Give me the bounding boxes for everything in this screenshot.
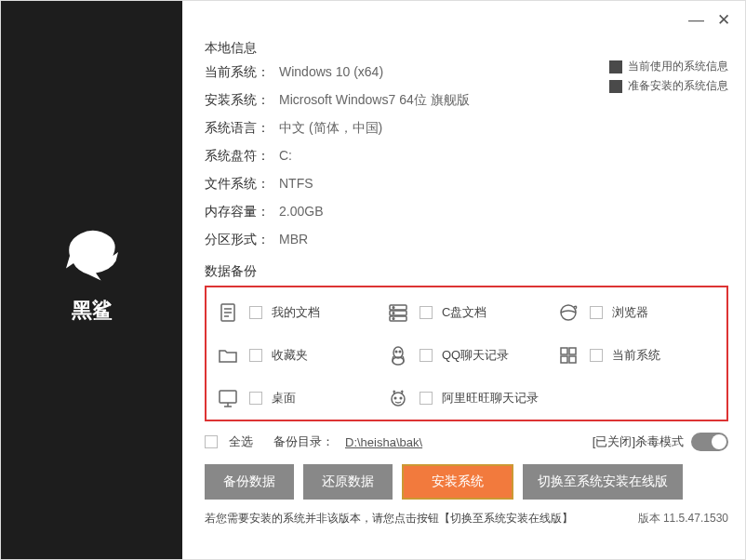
- label-current-system: 当前系统：: [205, 64, 279, 81]
- av-mode-label: [已关闭]杀毒模式: [593, 433, 684, 450]
- checkbox[interactable]: [420, 349, 433, 362]
- main-panel: — ✕ 当前使用的系统信息 准备安装的系统信息 本地信息 当前系统：Window…: [182, 1, 745, 559]
- checkbox[interactable]: [249, 392, 262, 405]
- footer-version: 版本 11.5.47.1530: [638, 511, 728, 527]
- label-filesystem: 文件系统：: [205, 176, 279, 193]
- select-all-checkbox[interactable]: [205, 435, 218, 448]
- svg-point-24: [400, 397, 402, 399]
- label-drive: 系统盘符：: [205, 148, 279, 165]
- value-language: 中文 (简体，中国): [279, 120, 382, 137]
- checkbox[interactable]: [420, 306, 433, 319]
- options-row: 全选 备份目录： D:\heisha\bak\ [已关闭]杀毒模式: [205, 433, 728, 451]
- backup-item-favorites[interactable]: 收藏夹: [216, 343, 377, 367]
- sidebar: 黑鲨: [1, 1, 182, 559]
- value-drive: C:: [279, 148, 292, 165]
- backup-item-docs[interactable]: 我的文档: [216, 300, 377, 325]
- legend-current: 当前使用的系统信息: [628, 59, 728, 74]
- svg-rect-16: [569, 348, 576, 354]
- svg-point-8: [393, 313, 394, 314]
- backup-item-qq[interactable]: QQ聊天记录: [386, 343, 547, 367]
- svg-point-22: [392, 393, 405, 406]
- svg-rect-17: [561, 356, 567, 363]
- backup-item-desktop[interactable]: 桌面: [216, 386, 377, 410]
- logo-text: 黑鲨: [72, 297, 113, 325]
- buttons-row: 备份数据 还原数据 安装系统 切换至系统安装在线版: [205, 464, 728, 500]
- svg-point-14: [399, 351, 401, 353]
- backup-label: 阿里旺旺聊天记录: [442, 390, 539, 407]
- value-partition: MBR: [279, 232, 308, 248]
- close-icon[interactable]: ✕: [717, 12, 730, 28]
- backup-dir-path[interactable]: D:\heisha\bak\: [345, 435, 422, 449]
- legend-box-icon: [609, 60, 622, 73]
- backup-item-cdocs[interactable]: C盘文档: [386, 300, 547, 325]
- svg-point-11: [393, 347, 403, 358]
- label-memory: 内存容量：: [205, 204, 279, 220]
- folder-icon: [216, 343, 240, 367]
- svg-rect-19: [220, 391, 236, 403]
- value-filesystem: NTFS: [279, 176, 313, 193]
- backup-label: 浏览器: [612, 304, 648, 321]
- app-window: 黑鲨 — ✕ 当前使用的系统信息 准备安装的系统信息 本地信息 当前系统：Win…: [0, 0, 746, 560]
- legend: 当前使用的系统信息 准备安装的系统信息: [609, 59, 728, 98]
- monitor-icon: [216, 386, 240, 410]
- label-partition: 分区形式：: [205, 232, 279, 248]
- document-icon: [216, 300, 240, 325]
- checkbox[interactable]: [249, 349, 262, 362]
- legend-prepare: 准备安装的系统信息: [628, 78, 728, 94]
- backup-label: 当前系统: [612, 347, 660, 364]
- backup-button[interactable]: 备份数据: [205, 464, 294, 500]
- shark-logo-icon: [55, 215, 129, 289]
- svg-point-13: [395, 351, 397, 353]
- footer: 若您需要安装的系统并非该版本，请您点击按钮【切换至系统安装在线版】 版本 11.…: [205, 511, 728, 527]
- svg-rect-18: [569, 356, 576, 363]
- aliwang-icon: [386, 386, 410, 410]
- server-icon: [386, 300, 410, 325]
- label-language: 系统语言：: [205, 120, 279, 137]
- value-memory: 2.00GB: [279, 204, 323, 220]
- backup-label: QQ聊天记录: [442, 347, 509, 364]
- svg-point-7: [393, 307, 394, 309]
- backup-item-cursys[interactable]: 当前系统: [556, 343, 717, 367]
- backup-label: 收藏夹: [272, 347, 308, 364]
- restore-button[interactable]: 还原数据: [303, 464, 393, 500]
- backup-title: 数据备份: [205, 263, 728, 280]
- checkbox[interactable]: [590, 306, 603, 319]
- checkbox[interactable]: [420, 392, 433, 405]
- svg-rect-15: [561, 348, 567, 354]
- svg-point-23: [394, 397, 396, 399]
- switch-online-button[interactable]: 切换至系统安装在线版: [523, 464, 683, 500]
- select-all-label: 全选: [229, 433, 253, 450]
- qq-icon: [386, 343, 410, 367]
- backup-dir-label: 备份目录：: [273, 433, 334, 450]
- backup-label: 我的文档: [272, 304, 320, 321]
- backup-label: 桌面: [272, 390, 296, 407]
- window-controls: — ✕: [688, 12, 730, 28]
- backup-label: C盘文档: [442, 304, 486, 321]
- value-current-system: Windows 10 (x64): [279, 64, 383, 81]
- ie-icon: [556, 300, 580, 325]
- checkbox[interactable]: [590, 349, 603, 362]
- footer-hint: 若您需要安装的系统并非该版本，请您点击按钮【切换至系统安装在线版】: [205, 511, 573, 527]
- backup-item-aliwang[interactable]: 阿里旺旺聊天记录: [386, 386, 547, 410]
- windows-icon: [556, 343, 580, 367]
- minimize-icon[interactable]: —: [688, 12, 704, 28]
- svg-point-10: [561, 305, 576, 320]
- label-install-system: 安装系统：: [205, 92, 279, 109]
- backup-item-browser[interactable]: 浏览器: [556, 300, 717, 325]
- install-button[interactable]: 安装系统: [402, 464, 513, 500]
- checkbox[interactable]: [249, 306, 262, 319]
- value-install-system: Microsoft Windows7 64位 旗舰版: [279, 92, 470, 109]
- section-title: 本地信息: [205, 40, 728, 57]
- legend-box-icon: [609, 80, 622, 93]
- svg-point-9: [393, 318, 394, 320]
- av-mode-toggle[interactable]: [691, 433, 728, 451]
- backup-box: 我的文档 C盘文档 浏览器 收藏夹: [205, 286, 728, 421]
